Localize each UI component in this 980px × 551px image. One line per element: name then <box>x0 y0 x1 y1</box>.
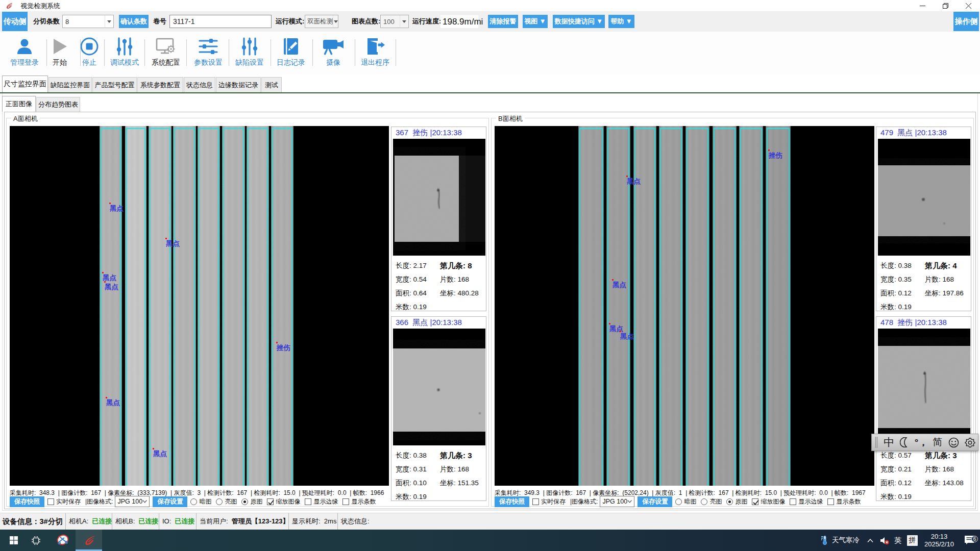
toolbar-separator <box>271 39 271 66</box>
checkbox-0[interactable] <box>267 498 274 505</box>
realtime-save-checkbox[interactable] <box>47 498 54 505</box>
save-snapshot-button[interactable]: 保存快照 <box>495 496 529 507</box>
start-button[interactable] <box>5 530 22 551</box>
title-bar: 视觉检测系统 <box>0 0 980 11</box>
confirm-count-button[interactable]: 确认条数 <box>119 15 149 28</box>
operate-side-button[interactable]: 操作侧 <box>953 12 979 31</box>
weather-icon[interactable] <box>818 535 831 545</box>
close-button[interactable] <box>957 0 980 11</box>
action-defect-settings[interactable]: 缺陷设置 <box>227 36 273 67</box>
realtime-save-label: 实时保存 <box>541 497 566 506</box>
ime-simplified-mode[interactable]: 简 <box>929 434 946 450</box>
radio-0[interactable] <box>675 498 682 505</box>
tray-expand-icon[interactable] <box>863 539 878 542</box>
save-settings-button[interactable]: 保存设置 <box>638 496 672 507</box>
clock[interactable]: 20:132025/2/10 <box>920 533 959 548</box>
image-format-select[interactable]: JPG 100 <box>115 496 150 507</box>
drive-side-button[interactable]: 传动侧 <box>2 12 28 31</box>
ime-chinese-mode[interactable]: 中 <box>881 434 897 450</box>
log-record-icon <box>281 36 301 57</box>
restore-button[interactable] <box>934 0 957 11</box>
radio-1[interactable] <box>216 498 223 505</box>
defect-card[interactable]: 366 黑点 |20:13:38长度: 0.38宽度: 0.31面积: 0.10… <box>391 316 486 501</box>
run-mode-value: 双面检测 <box>305 17 333 26</box>
minimize-button[interactable] <box>911 0 934 11</box>
radio-label: 亮图 <box>225 497 237 506</box>
main-tab-4[interactable]: 系统参数配置 <box>137 77 183 92</box>
checkbox-0[interactable] <box>752 498 758 505</box>
radio-2[interactable] <box>241 498 248 505</box>
roll-number-input[interactable] <box>169 15 272 28</box>
current-user: 当前用户: 管理员【123-123】 <box>197 517 288 526</box>
window-controls <box>911 0 980 11</box>
sub-tab-1[interactable]: 正面图像 <box>2 96 36 112</box>
weather-text[interactable]: 天气寒冷 <box>831 536 863 545</box>
action-system-config[interactable]: 系统配置 <box>143 36 189 67</box>
help-menu-button[interactable]: 帮助 ▼ <box>608 15 634 28</box>
ime-drag-handle[interactable] <box>872 434 881 450</box>
image-format-select[interactable]: JPG 100 <box>600 496 634 507</box>
camera-image[interactable]: 挫伤黑点黑点黑点黑点 <box>495 126 874 486</box>
action-log-record[interactable]: 日志记录 <box>268 36 314 67</box>
run-mode-select[interactable]: 双面检测 <box>305 15 338 28</box>
ime-pinyin-indicator[interactable]: 拼 <box>904 535 920 546</box>
action-toolbar: 管理登录开始停止调试模式系统配置参数设置缺陷设置日志记录摄像退出程序 <box>0 32 980 74</box>
realtime-save-checkbox[interactable] <box>532 498 539 505</box>
view-menu-button[interactable]: 视图 ▼ <box>523 15 548 28</box>
main-tab-6[interactable]: 边缘数据记录 <box>216 77 261 92</box>
action-debug-mode[interactable]: 调试模式 <box>102 36 148 67</box>
checkbox-2[interactable] <box>827 498 834 505</box>
defect-card[interactable]: 479 黑点 |20:13:38长度: 0.38宽度: 0.35面积: 0.12… <box>876 127 971 311</box>
main-tab-3[interactable]: 产品型号配置 <box>92 77 137 92</box>
chart-points-select[interactable]: 100 <box>380 15 409 28</box>
camera-b-status: 相机B: 已连接 <box>112 517 159 526</box>
main-tab-5[interactable]: 状态信息 <box>184 77 215 92</box>
slit-count-select[interactable]: 8 <box>62 15 114 28</box>
checkbox-1[interactable] <box>305 498 311 505</box>
volume-muted-icon[interactable] <box>878 536 891 545</box>
ime-emoji-icon[interactable] <box>946 434 962 450</box>
toolbar-separator <box>80 39 81 66</box>
snipping-app-icon[interactable] <box>53 530 72 551</box>
action-param-settings[interactable]: 参数设置 <box>185 36 231 67</box>
radio-0[interactable] <box>190 498 197 505</box>
ime-settings-gear-icon[interactable] <box>962 434 978 450</box>
data-access-menu-button[interactable]: 数据快捷访问 ▼ <box>553 15 605 28</box>
active-app-button[interactable] <box>76 530 102 551</box>
speed-label: 运行速度: <box>412 11 441 32</box>
camera-image[interactable]: 黑点黑点黑点黑点挫伤黑点黑点 <box>10 126 389 486</box>
clear-alarm-button[interactable]: 清除报警 <box>488 15 518 28</box>
main-tab-7[interactable]: 测试 <box>261 77 282 92</box>
checkbox-2[interactable] <box>342 498 349 505</box>
task-view-button[interactable] <box>29 530 43 551</box>
defect-card-header: 366 黑点 |20:13:38 <box>396 318 462 328</box>
chart-points-value: 100 <box>381 18 400 26</box>
defect-card[interactable]: 478 挫伤 |20:13:38长度: 0.57宽度: 0.21面积: 0.12… <box>876 316 971 501</box>
notification-center-icon[interactable]: 6 <box>959 535 980 545</box>
main-tab-1[interactable]: 尺寸监控界面 <box>2 76 48 92</box>
radio-label: 亮图 <box>709 497 722 506</box>
speed-value: 198.9m/mi <box>440 15 478 28</box>
radio-2[interactable] <box>726 498 733 505</box>
chevron-down-icon <box>105 15 113 28</box>
save-settings-button[interactable]: 保存设置 <box>153 496 187 507</box>
main-tab-2[interactable]: 缺陷监控界面 <box>48 77 92 92</box>
stat-3: 米数: 0.19 <box>396 303 427 312</box>
stat-1: 宽度: 0.35 <box>880 275 912 284</box>
checkbox-1[interactable] <box>790 498 796 505</box>
slit-count-label: 分切条数 <box>33 11 60 32</box>
save-snapshot-button[interactable]: 保存快照 <box>10 496 44 507</box>
radio-1[interactable] <box>701 498 707 505</box>
action-exit-program[interactable]: 退出程序 <box>352 36 398 67</box>
status-info: 状态信息: <box>338 517 370 526</box>
toolbar-separator <box>355 39 355 66</box>
ime-fullhalf-moon-icon[interactable] <box>897 434 914 450</box>
action-label: 摄像 <box>326 58 340 67</box>
sub-tab-2[interactable]: 分布趋势图表 <box>36 97 80 112</box>
action-capture[interactable]: 摄像 <box>310 36 356 67</box>
stat-3: 米数: 0.19 <box>880 303 912 312</box>
ime-language-indicator[interactable]: 英 <box>891 536 904 545</box>
svg-text:黑点: 黑点 <box>627 178 641 185</box>
ime-punctuation-mode[interactable]: °， <box>913 434 929 450</box>
defect-card[interactable]: 367 挫伤 |20:13:38长度: 2.17宽度: 0.54面积: 0.64… <box>391 127 486 311</box>
